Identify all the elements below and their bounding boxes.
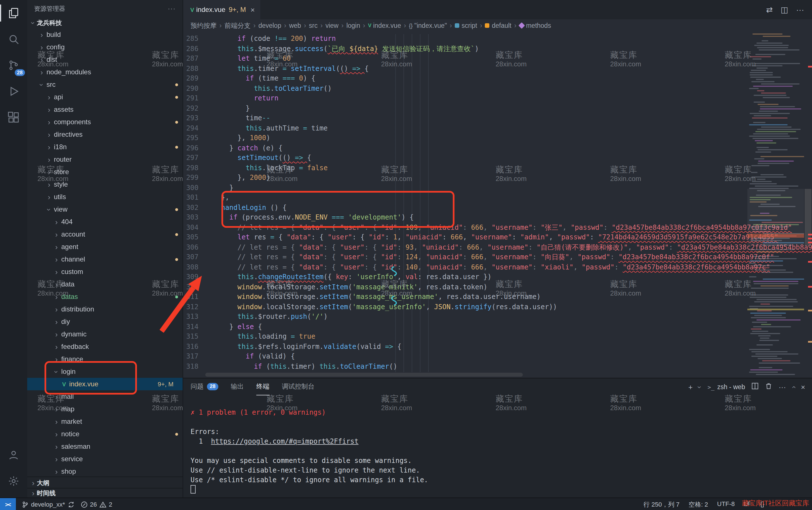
code-line-295[interactable]: 295 }, 1000) — [183, 133, 744, 143]
breadcrumb-item-script[interactable]: script — [455, 22, 477, 29]
tree-item-login[interactable]: ›login — [27, 365, 183, 378]
breadcrumb-item-develop[interactable]: develop — [258, 22, 281, 29]
panel-tab-调试控制台[interactable]: 调试控制台 — [282, 378, 314, 395]
tree-item-datas[interactable]: ›datas — [27, 290, 183, 303]
code-line-296[interactable]: 296 } catch (e) { — [183, 143, 744, 153]
tree-item-src[interactable]: ›src — [27, 78, 183, 91]
code-line-288[interactable]: 288 this.timer = setInterval(() => { — [183, 64, 744, 74]
close-panel-icon[interactable]: × — [801, 382, 805, 391]
breadcrumb-item-0[interactable]: 预约按摩 — [190, 21, 217, 30]
status-item[interactable]: {} — [760, 500, 764, 509]
code-line-293[interactable]: 293 time-- — [183, 113, 744, 123]
code-line-292[interactable]: 292 } — [183, 104, 744, 113]
terminal-output[interactable]: ✗ 1 problem (1 error, 0 warnings) Errors… — [190, 408, 806, 498]
panel-tab-终端[interactable]: 终端 — [256, 378, 269, 395]
tree-item-notice[interactable]: ›notice — [27, 428, 183, 440]
workspace-section-header[interactable]: › 龙兵科技 — [27, 17, 183, 28]
breadcrumb-item-web[interactable]: web — [289, 22, 301, 29]
tree-item-data[interactable]: ›data — [27, 278, 183, 290]
source-control-icon[interactable]: 28 — [0, 52, 27, 78]
tab-index-vue[interactable]: V index.vue 9+, M × — [183, 0, 261, 19]
tree-item-account[interactable]: ›account — [27, 228, 183, 240]
panel-tab-输出[interactable]: 输出 — [231, 378, 244, 395]
remote-indicator[interactable]: >< — [0, 498, 16, 510]
problems-status-item[interactable]: 26 2 — [80, 501, 112, 508]
code-line-310[interactable]: 310 window.localStorage.setItem('massage… — [183, 282, 744, 292]
code-editor[interactable]: 285 if (code !== 200) return286 this.$me… — [183, 32, 812, 378]
code-line-307[interactable]: 307 // let res = { "data": { "user": { "… — [183, 252, 744, 262]
code-line-305[interactable]: 305 let res = { "data": { "user": { "id"… — [183, 233, 744, 243]
run-debug-icon[interactable] — [0, 78, 27, 104]
code-line-317[interactable]: 317 if (valid) { — [183, 352, 744, 362]
breadcrumb-item-view[interactable]: view — [326, 22, 338, 29]
tree-item-channel[interactable]: ›channel — [27, 253, 183, 265]
breadcrumb-item-indexvue[interactable]: Vindex.vue — [368, 22, 401, 29]
tree-item-feedback[interactable]: ›feedback — [27, 340, 183, 353]
code-line-289[interactable]: 289 if (time === 0) { — [183, 74, 744, 84]
tree-item-agent[interactable]: ›agent — [27, 240, 183, 253]
code-line-308[interactable]: 308 // let res = { "data": { "user": { "… — [183, 262, 744, 272]
code-line-287[interactable]: 287 let time = 60 — [183, 54, 744, 64]
tree-item-dynamic[interactable]: ›dynamic — [27, 328, 183, 340]
horizontal-scrollbar[interactable] — [205, 373, 523, 377]
terminal-link[interactable]: https://google.com/#q=import%2Ffirst — [211, 437, 358, 445]
tree-item-mall[interactable]: ›mall — [27, 390, 183, 403]
status-item[interactable]: 空格: 2 — [689, 500, 708, 509]
code-line-315[interactable]: 315 this.loading = true — [183, 332, 744, 342]
extensions-icon[interactable] — [0, 104, 27, 131]
terminal-instance[interactable]: >_ zsh - web — [708, 384, 745, 390]
tree-item-router[interactable]: ›router — [27, 153, 183, 166]
status-item[interactable]: UTF-8 — [717, 500, 734, 509]
tree-item-i18n[interactable]: ›i18n — [27, 141, 183, 153]
code-line-294[interactable]: 294 this.authTime = time — [183, 123, 744, 133]
code-line-301[interactable]: 301 }, — [183, 193, 744, 203]
code-line-291[interactable]: 291 return — [183, 94, 744, 104]
split-editor-icon[interactable]: ◫ — [781, 5, 788, 14]
settings-gear-icon[interactable] — [0, 468, 27, 494]
timeline-section[interactable]: › 时间线 — [27, 488, 183, 498]
tree-item-index.vue[interactable]: Vindex.vue9+, M — [27, 378, 183, 390]
tree-item-finance[interactable]: ›finance — [27, 353, 183, 365]
explorer-more-actions-icon[interactable]: ··· — [168, 5, 176, 12]
tree-item-config[interactable]: ›config — [27, 41, 183, 53]
code-line-311[interactable]: 311 window.localStorage.setItem('massage… — [183, 292, 744, 302]
tree-item-style[interactable]: ›style — [27, 178, 183, 191]
breadcrumb-item-methods[interactable]: methods — [519, 22, 551, 29]
tree-item-directives[interactable]: ›directives — [27, 128, 183, 141]
outline-section[interactable]: › 大纲 — [27, 477, 183, 488]
tree-item-store[interactable]: ›store — [27, 166, 183, 178]
breadcrumb-item-login[interactable]: login — [347, 22, 360, 29]
tree-item-node_modules[interactable]: ›node_modules — [27, 66, 183, 78]
breadcrumb-item-src[interactable]: src — [309, 22, 318, 29]
tree-item-service[interactable]: ›service — [27, 453, 183, 465]
code-line-316[interactable]: 316 this.$refs.loginForm.validate(valid … — [183, 342, 744, 352]
code-line-298[interactable]: 298 this.lockTap = false — [183, 163, 744, 173]
search-icon[interactable] — [0, 26, 27, 52]
code-line-300[interactable]: 300 } — [183, 183, 744, 193]
new-terminal-icon[interactable]: + — [688, 382, 693, 391]
code-line-312[interactable]: 312 window.localStorage.setItem('massage… — [183, 302, 744, 312]
tree-item-distribution[interactable]: ›distribution — [27, 303, 183, 315]
split-terminal-icon[interactable] — [751, 382, 759, 391]
terminal-dropdown-icon[interactable]: › — [696, 386, 704, 388]
code-line-313[interactable]: 313 this.$router.push('/') — [183, 312, 744, 322]
breadcrumb-item-indexvue[interactable]: {}"index.vue" — [409, 22, 447, 29]
status-item[interactable]: LF — [744, 500, 751, 509]
tree-item-assets[interactable]: ›assets — [27, 103, 183, 116]
explorer-icon[interactable] — [0, 0, 27, 26]
code-line-309[interactable]: 309 this.changeRoutesItem({ key: 'userIn… — [183, 272, 744, 282]
tree-item-dist[interactable]: ›dist — [27, 53, 183, 66]
code-line-290[interactable]: 290 this.toClearTimer() — [183, 84, 744, 94]
scrollbar-slider[interactable] — [805, 189, 811, 246]
tree-item-salesman[interactable]: ›salesman — [27, 440, 183, 453]
breadcrumb-item-1[interactable]: 前端分支 — [224, 21, 251, 30]
maximize-panel-icon[interactable]: › — [790, 386, 797, 388]
status-item[interactable]: 行 250，列 7 — [643, 500, 680, 509]
tree-item-diy[interactable]: ›diy — [27, 315, 183, 328]
tree-item-market[interactable]: ›market — [27, 415, 183, 428]
compare-changes-icon[interactable]: ⇄ — [766, 5, 773, 14]
tree-item-components[interactable]: ›components — [27, 116, 183, 128]
code-line-304[interactable]: 304 // let res = { "data": { "user": { "… — [183, 223, 744, 233]
tree-item-build[interactable]: ›build — [27, 28, 183, 41]
tree-item-api[interactable]: ›api — [27, 91, 183, 103]
